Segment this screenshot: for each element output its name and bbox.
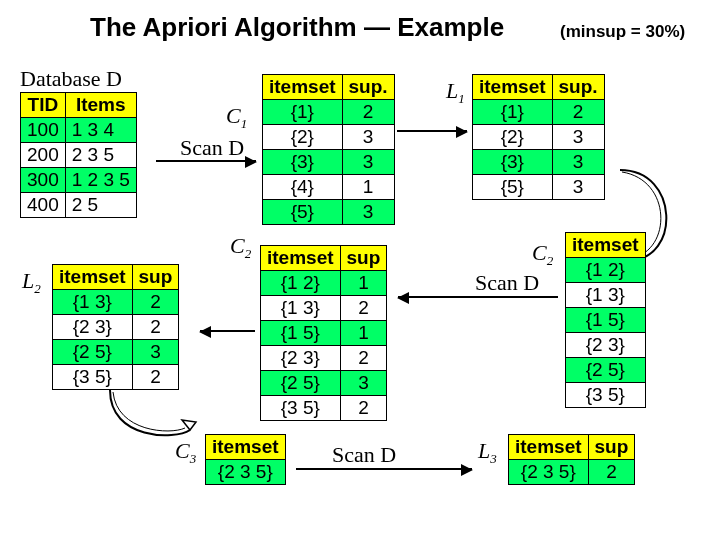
td: 2: [588, 460, 635, 485]
td: 3: [552, 125, 604, 150]
th: itemset: [206, 435, 286, 460]
table-l3: itemsetsup {2 3 5}2: [508, 434, 635, 485]
td: 2 3 5: [65, 143, 136, 168]
td: 3: [132, 340, 179, 365]
c2-cand-label: C2: [532, 240, 553, 269]
td: 3: [342, 200, 394, 225]
th: itemset: [53, 265, 133, 290]
td: {5}: [263, 200, 343, 225]
td: {3}: [263, 150, 343, 175]
th: sup.: [342, 75, 394, 100]
td: 3: [340, 371, 387, 396]
td: {2 3}: [261, 346, 341, 371]
td: {3}: [473, 150, 553, 175]
td: 2: [340, 346, 387, 371]
td: 2 5: [65, 193, 136, 218]
table-c1: itemsetsup. {1}2 {2}3 {3}3 {4}1 {5}3: [262, 74, 395, 225]
l1-label: L1: [446, 78, 465, 107]
th: itemset: [261, 246, 341, 271]
th: sup.: [552, 75, 604, 100]
c3-label: C3: [175, 438, 196, 467]
td: 100: [21, 118, 66, 143]
td: 3: [552, 150, 604, 175]
scan-d-label-1: Scan D: [180, 135, 244, 161]
l2-label: L2: [22, 268, 41, 297]
td: {2 3 5}: [206, 460, 286, 485]
td: {3 5}: [261, 396, 341, 421]
td: 2: [340, 396, 387, 421]
td: {1 3}: [53, 290, 133, 315]
td: 3: [552, 175, 604, 200]
td: {1 3}: [261, 296, 341, 321]
table-c3: itemset {2 3 5}: [205, 434, 286, 485]
arrow-d-to-c1: [156, 160, 256, 162]
td: {1}: [263, 100, 343, 125]
arrow-c3-to-l3: [296, 468, 472, 470]
td: 1 2 3 5: [65, 168, 136, 193]
td: {1 2}: [566, 258, 646, 283]
td: 400: [21, 193, 66, 218]
td: 2: [552, 100, 604, 125]
arrow-c1-to-l1: [397, 130, 467, 132]
td: {2 5}: [53, 340, 133, 365]
scan-d-label-2: Scan D: [475, 270, 539, 296]
td: {2 5}: [261, 371, 341, 396]
arrow-c2cand-to-c2sup: [398, 296, 558, 298]
td: {2 3}: [53, 315, 133, 340]
td: {2}: [263, 125, 343, 150]
td: {2 3}: [566, 333, 646, 358]
table-c2-candidates: itemset {1 2} {1 3} {1 5} {2 3} {2 5} {3…: [565, 232, 646, 408]
td: 2: [340, 296, 387, 321]
page-title: The Apriori Algorithm — Example: [90, 12, 504, 43]
td: 1: [340, 321, 387, 346]
td: {1 2}: [261, 271, 341, 296]
th: sup: [588, 435, 635, 460]
td: 2: [132, 315, 179, 340]
td: {5}: [473, 175, 553, 200]
th: itemset: [509, 435, 589, 460]
th: sup: [132, 265, 179, 290]
th: itemset: [263, 75, 343, 100]
td: {1 5}: [566, 308, 646, 333]
th: itemset: [566, 233, 646, 258]
td: 2: [132, 290, 179, 315]
td: {1 3}: [566, 283, 646, 308]
th: itemset: [473, 75, 553, 100]
td: {2}: [473, 125, 553, 150]
l3-label: L3: [478, 438, 497, 467]
arrow-c2sup-to-l2: [200, 330, 255, 332]
td: 3: [342, 150, 394, 175]
th: Items: [65, 93, 136, 118]
database-d-label: Database D: [20, 66, 122, 92]
table-l1: itemsetsup. {1}2 {2}3 {3}3 {5}3: [472, 74, 605, 200]
th: sup: [340, 246, 387, 271]
c1-label: C1: [226, 103, 247, 132]
td: 1: [340, 271, 387, 296]
td: {2 5}: [566, 358, 646, 383]
td: 1: [342, 175, 394, 200]
table-c2-sup: itemsetsup {1 2}1 {1 3}2 {1 5}1 {2 3}2 {…: [260, 245, 387, 421]
table-database-d: TIDItems 1001 3 4 2002 3 5 3001 2 3 5 40…: [20, 92, 137, 218]
th: TID: [21, 93, 66, 118]
td: {1}: [473, 100, 553, 125]
td: 3: [342, 125, 394, 150]
td: 300: [21, 168, 66, 193]
table-l2: itemsetsup {1 3}2 {2 3}2 {2 5}3 {3 5}2: [52, 264, 179, 390]
td: {3 5}: [566, 383, 646, 408]
td: {2 3 5}: [509, 460, 589, 485]
c2-sup-label: C2: [230, 233, 251, 262]
minsup-label: (minsup = 30%): [560, 22, 685, 42]
td: 2: [342, 100, 394, 125]
td: {1 5}: [261, 321, 341, 346]
td: 1 3 4: [65, 118, 136, 143]
td: 200: [21, 143, 66, 168]
scan-d-label-3: Scan D: [332, 442, 396, 468]
td: {4}: [263, 175, 343, 200]
